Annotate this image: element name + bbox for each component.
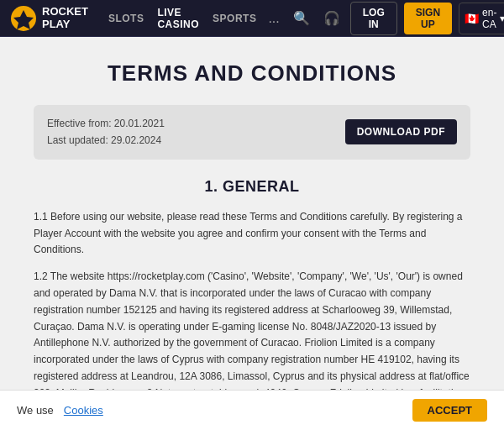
signup-button[interactable]: SIGN UP (404, 3, 452, 34)
nav-links: SLOTS LIVE CASINO SPORTS ... (103, 3, 283, 34)
flag-icon: 🇨🇦 (465, 12, 479, 25)
logo[interactable]: ROCKET PLAY (10, 5, 88, 32)
paragraph1: 1.1 Before using our website, please rea… (34, 209, 470, 259)
nav-sports[interactable]: SPORTS (207, 9, 261, 28)
cookies-link[interactable]: Cookies (64, 404, 103, 417)
nav-more[interactable]: ... (265, 8, 282, 29)
cookie-bar: We use Cookies ACCEPT (0, 390, 504, 430)
logo-line1: ROCKET (42, 6, 88, 18)
login-button[interactable]: LOG IN (350, 2, 397, 35)
header: ROCKET PLAY SLOTS LIVE CASINO SPORTS ...… (0, 0, 504, 37)
dates-info: Effective from: 20.01.2021 Last updated:… (47, 115, 165, 149)
accept-button[interactable]: ACCEPT (412, 399, 487, 422)
lang-code: en-CA (482, 7, 496, 30)
cookie-text: We use (17, 404, 54, 417)
logo-icon (10, 5, 37, 32)
main-content: TERMS AND CONDITIONS Effective from: 20.… (0, 37, 504, 430)
download-pdf-button[interactable]: DOWNLOAD PDF (345, 119, 457, 144)
page-title: TERMS AND CONDITIONS (34, 60, 470, 87)
header-actions: 🔍 🎧 LOG IN SIGN UP 🇨🇦 en-CA ▾ (290, 2, 504, 35)
nav-live-casino[interactable]: LIVE CASINO (152, 3, 204, 34)
nav-slots[interactable]: SLOTS (103, 9, 150, 28)
last-updated: Last updated: 29.02.2024 (47, 132, 165, 149)
chevron-down-icon: ▾ (500, 13, 504, 24)
effective-date: Effective from: 20.01.2021 (47, 115, 165, 132)
logo-line2: PLAY (42, 18, 88, 30)
support-button[interactable]: 🎧 (320, 7, 344, 29)
language-selector[interactable]: 🇨🇦 en-CA ▾ (459, 3, 504, 34)
info-box: Effective from: 20.01.2021 Last updated:… (34, 105, 470, 160)
section1-title: 1. GENERAL (34, 178, 470, 196)
search-button[interactable]: 🔍 (290, 7, 313, 29)
